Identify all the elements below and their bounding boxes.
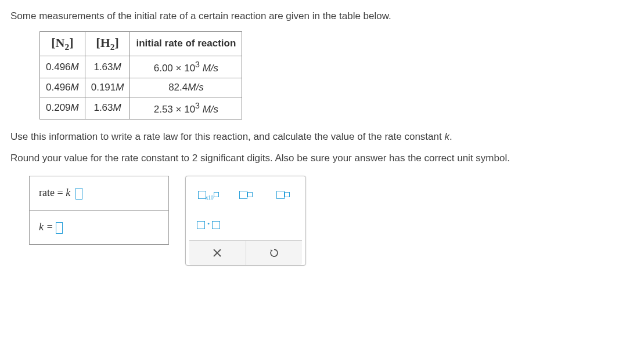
rate-law-k: k [66,187,70,198]
header-h2: [H2] [85,31,130,56]
k-cell: k = [30,210,169,244]
table-row: 0.496M 1.63M 6.00 × 103 M/s [40,56,242,78]
table-row: 0.209M 1.63M 2.53 × 103 M/s [40,97,242,119]
answer-table: rate = k k = [29,176,169,245]
subscript-button[interactable] [232,184,259,205]
k-label: k = [39,221,56,233]
superscript-button[interactable] [269,184,296,205]
k-input[interactable] [56,222,63,234]
data-table: [N2] [H2] initial rate of reaction 0.496… [39,31,242,119]
header-n2: [N2] [40,31,85,56]
multiply-dot-button[interactable]: · [195,215,222,235]
close-icon [213,248,222,258]
rate-law-input[interactable] [75,188,82,200]
reset-icon [269,248,279,258]
table-header-row: [N2] [H2] initial rate of reaction [40,31,242,56]
header-rate: initial rate of reaction [130,31,242,56]
rate-law-cell: rate = k [30,176,169,211]
scientific-notation-button[interactable]: x10 [195,184,222,205]
intro-text: Some measurements of the initial rate of… [10,9,634,23]
table-row: 0.496M 0.191M 82.4M/s [40,78,242,97]
instruction-2: Round your value for the rate constant t… [10,151,634,165]
symbol-palette: x10 · [185,176,306,266]
instruction-1: Use this information to write a rate law… [10,130,634,144]
clear-button[interactable] [189,241,246,265]
rate-law-label: rate = [39,187,66,198]
reset-button[interactable] [246,241,303,265]
